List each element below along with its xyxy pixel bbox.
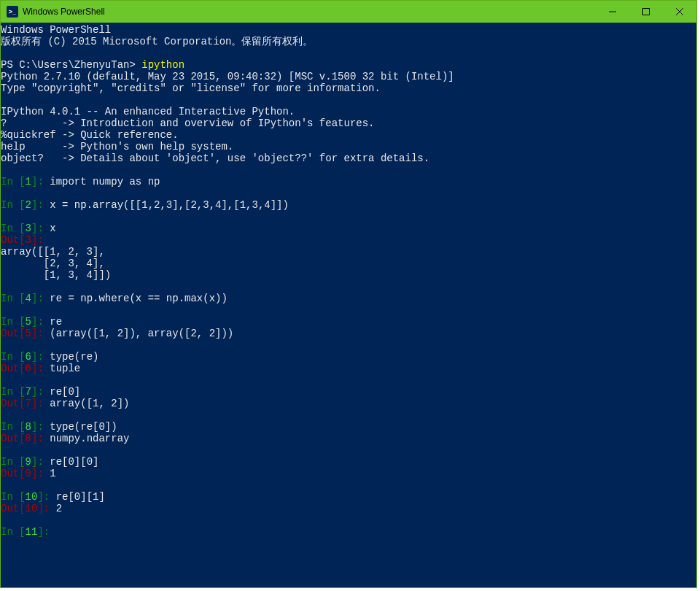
- in-number: 10: [26, 491, 38, 503]
- out-number: 3: [26, 234, 31, 246]
- ps-copyright-line: 版权所有 (C) 2015 Microsoft Corporation。保留所有…: [1, 36, 313, 47]
- in-code: import numpy as np: [50, 176, 160, 188]
- python-info: Type "copyright", "credits" or "license"…: [1, 82, 381, 94]
- python-banner: Python 2.7.10 (default, May 23 2015, 09:…: [1, 71, 454, 82]
- close-button[interactable]: [663, 1, 696, 23]
- out-number: 7: [26, 398, 31, 409]
- terminal-area[interactable]: Windows PowerShell 版权所有 (C) 2015 Microso…: [1, 23, 696, 587]
- in-number: 2: [26, 199, 31, 211]
- in-number: 6: [26, 351, 31, 363]
- out-text: 2: [56, 503, 62, 514]
- powershell-icon: >_: [7, 6, 18, 18]
- out-number: 6: [26, 363, 31, 374]
- maximize-button[interactable]: [629, 1, 663, 23]
- in-number: 8: [26, 421, 31, 433]
- in-prompt: In [: [1, 526, 26, 538]
- in-code: re[0][0]: [50, 456, 98, 468]
- ipy-help-4: object? -> Details about 'object', use '…: [1, 152, 429, 164]
- out-text: (array([1, 2]), array([2, 2])): [50, 328, 233, 339]
- out-number: 8: [26, 433, 31, 444]
- ipy-help-2: %quickref -> Quick reference.: [1, 129, 179, 141]
- out-number: 10: [26, 503, 38, 514]
- out-prompt: Out[: [1, 398, 26, 409]
- in-code: x = np.array([[1,2,3],[2,3,4],[1,3,4]]): [50, 199, 289, 211]
- in-number: 4: [26, 293, 31, 304]
- close-icon: [676, 8, 683, 15]
- out-text: 1: [50, 468, 55, 479]
- in-prompt: In [: [1, 491, 26, 503]
- in-number: 9: [26, 456, 31, 468]
- svg-rect-0: [643, 9, 650, 15]
- out-prompt: Out[: [1, 234, 26, 246]
- ps-prompt-path: PS C:\Users\ZhenyuTan>: [1, 59, 141, 71]
- in-code: re: [50, 316, 62, 328]
- out-prompt: Out[: [1, 328, 26, 339]
- in-number: 7: [26, 386, 31, 398]
- in-code: re[0]: [50, 386, 80, 398]
- window-title: Windows PowerShell: [23, 7, 105, 17]
- out-text: tuple: [50, 363, 80, 374]
- in-prompt: In [: [1, 386, 26, 398]
- in-prompt: In [: [1, 293, 26, 304]
- in-code: type(re): [50, 351, 98, 363]
- out-prompt: Out[: [1, 433, 26, 444]
- in-prompt: In [: [1, 176, 26, 188]
- out-text: numpy.ndarray: [50, 433, 129, 444]
- ipy-help-1: ? -> Introduction and overview of IPytho…: [1, 117, 374, 129]
- in-number: 3: [26, 223, 31, 234]
- in-code: re = np.where(x == np.max(x)): [50, 293, 228, 304]
- in-code: type(re[0]): [50, 421, 117, 433]
- in-number: 1: [26, 176, 31, 188]
- out-prompt: Out[: [1, 363, 26, 374]
- in-prompt: In [: [1, 456, 26, 468]
- out-number: 5: [26, 328, 31, 339]
- out-number: 9: [26, 468, 31, 479]
- out-prompt: Out[: [1, 503, 26, 514]
- minimize-icon: [609, 8, 616, 15]
- title-bar[interactable]: >_ Windows PowerShell: [1, 1, 696, 23]
- ps-header-line: Windows PowerShell: [1, 24, 111, 36]
- in-number: 5: [26, 316, 31, 328]
- maximize-icon: [642, 8, 650, 15]
- in-code: re[0][1]: [56, 491, 105, 503]
- out-prompt: Out[: [1, 468, 26, 479]
- powershell-window: >_ Windows PowerShell Windows PowerShell…: [0, 0, 697, 588]
- ipython-banner: IPython 4.0.1 -- An enhanced Interactive…: [1, 106, 295, 117]
- in-code: x: [50, 223, 55, 234]
- out-text: array([[1, 2, 3], [2, 3, 4], [1, 3, 4]]): [1, 246, 111, 281]
- out-text: array([1, 2]): [50, 398, 129, 409]
- in-number: 11: [26, 526, 38, 538]
- in-prompt: In [: [1, 351, 26, 363]
- ipy-help-3: help -> Python's own help system.: [1, 141, 233, 152]
- minimize-button[interactable]: [596, 1, 629, 23]
- in-prompt: In [: [1, 199, 26, 211]
- in-prompt: In [: [1, 223, 26, 234]
- ps-command: ipython: [141, 59, 184, 71]
- in-prompt: In [: [1, 316, 26, 328]
- in-prompt: In [: [1, 421, 26, 433]
